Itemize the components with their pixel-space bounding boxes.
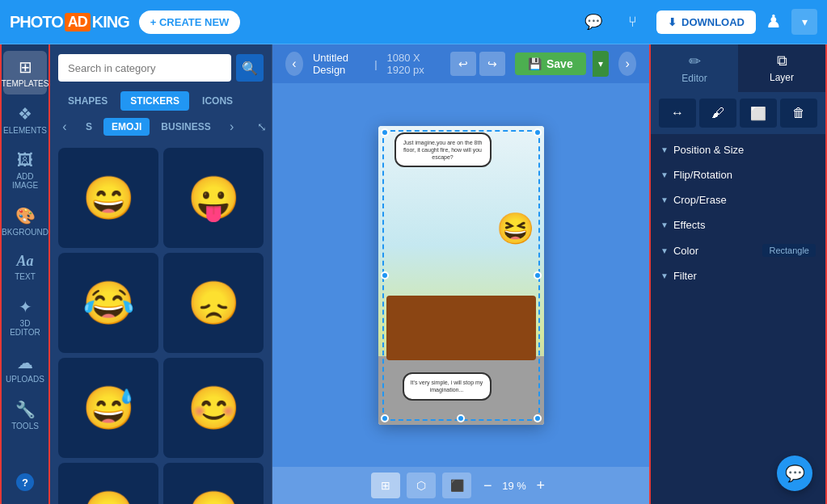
sidebar-item-add-image[interactable]: 🖼 ADD IMAGE: [3, 145, 47, 196]
chevron-icon-color: ▼: [660, 246, 669, 255]
duplicate-tool-button[interactable]: ⬜: [740, 99, 777, 128]
undo-redo-group: ↩ ↪: [450, 52, 505, 76]
grid-view-button[interactable]: ⊞: [371, 472, 400, 498]
search-input[interactable]: [58, 54, 231, 82]
sub-nav-emoji[interactable]: EMOJI: [103, 118, 150, 136]
delete-tool-button[interactable]: 🗑: [780, 99, 817, 128]
chat-icon[interactable]: 💬: [579, 7, 608, 36]
tab-shapes[interactable]: SHAPES: [58, 91, 117, 111]
sub-nav-prev[interactable]: ‹: [55, 117, 74, 136]
sub-nav: ‹ S EMOJI BUSINESS › ⤡: [50, 117, 272, 143]
handle-mr[interactable]: [534, 271, 542, 279]
prop-position-size-label: Position & Size: [673, 144, 816, 156]
bottom-toolbar: ⊞ ⬡ ⬛ − 19 % +: [272, 467, 649, 504]
undo-button[interactable]: ↩: [450, 52, 476, 76]
sidebar-item-elements[interactable]: ❖ ELEMENTS: [3, 98, 47, 141]
canvas-frame[interactable]: Just imagine,you are on the 8th floor, i…: [378, 126, 544, 425]
search-button[interactable]: 🔍: [236, 54, 264, 82]
zoom-out-button[interactable]: −: [478, 476, 497, 495]
create-new-button[interactable]: + CREATE NEW: [139, 10, 241, 34]
handle-bl[interactable]: [381, 414, 389, 422]
help-badge[interactable]: ?: [16, 473, 34, 491]
list-item[interactable]: 😛: [163, 148, 264, 248]
prop-effects-label: Effects: [673, 219, 816, 231]
sidebar-item-label-elements: ELEMENTS: [3, 126, 47, 135]
header-chevron-button[interactable]: ▾: [791, 9, 817, 35]
save-icon: 💾: [528, 57, 542, 70]
download-button[interactable]: ⬇ DOWNLOAD: [656, 10, 756, 34]
canvas-emoji: 😆: [496, 211, 534, 246]
chevron-icon-effects: ▼: [660, 220, 669, 229]
prop-position-size[interactable]: ▼ Position & Size: [651, 137, 825, 162]
right-sidebar: ✏ Editor ⧉ Layer ↔ 🖌 ⬜ 🗑 ▼: [649, 44, 827, 504]
handle-tl[interactable]: [381, 128, 389, 136]
user-avatar[interactable]: ♟: [766, 11, 782, 32]
canvas-prev-button[interactable]: ‹: [285, 52, 303, 76]
tab-layer[interactable]: ⧉ Layer: [738, 44, 825, 92]
zoom-in-button[interactable]: +: [531, 476, 551, 495]
left-panel: 🔍 SHAPES STICKERS ICONS ‹ S EMOJI BUSINE…: [50, 44, 272, 504]
handle-ml[interactable]: [381, 271, 389, 279]
sub-nav-business[interactable]: BUSINESS: [153, 118, 218, 136]
sidebar-item-label-add-image: ADD IMAGE: [6, 172, 44, 190]
list-item[interactable]: 😞: [163, 253, 264, 353]
tool-icons-row: ↔ 🖌 ⬜ 🗑: [651, 92, 825, 134]
sub-nav-next[interactable]: ›: [222, 117, 242, 136]
handle-br[interactable]: [534, 414, 542, 422]
list-item[interactable]: 😁: [58, 463, 158, 504]
zoom-value: 19 %: [502, 480, 526, 492]
list-item[interactable]: 😄: [58, 148, 158, 248]
scene-container: Just imagine,you are on the 8th floor, i…: [378, 126, 544, 425]
speech-bubble-top: Just imagine,you are on the 8th floor, i…: [395, 132, 492, 167]
sidebar-item-3d-editor[interactable]: ✦ 3D EDITOR: [3, 291, 47, 343]
share-icon[interactable]: ⑂: [618, 7, 647, 36]
handle-bm[interactable]: [457, 414, 465, 422]
sidebar-item-background[interactable]: 🎨 BKGROUND: [3, 200, 47, 243]
handle-tr[interactable]: [534, 128, 542, 136]
brush-tool-button[interactable]: 🖌: [699, 99, 736, 128]
sidebar-item-tools[interactable]: 🔧 TOOLS: [3, 393, 47, 437]
grid-icon: ⊞: [381, 479, 390, 492]
erase-tool-button[interactable]: ⬡: [407, 472, 436, 498]
sub-nav-s[interactable]: S: [78, 118, 100, 136]
create-new-label: + CREATE NEW: [150, 16, 230, 28]
tab-editor[interactable]: ✏ Editor: [651, 44, 738, 92]
tab-stickers[interactable]: STICKERS: [120, 91, 189, 111]
canvas-background: Just imagine,you are on the 8th floor, i…: [378, 126, 544, 425]
chat-fab-button[interactable]: 💬: [777, 456, 812, 491]
prop-filter-label: Filter: [673, 270, 816, 282]
resize-tool-button[interactable]: ↔: [659, 99, 696, 128]
erase-icon: ⬡: [416, 479, 426, 492]
list-item[interactable]: 😊: [163, 358, 264, 458]
sidebar-item-label-3d-editor: 3D EDITOR: [6, 319, 44, 337]
list-item[interactable]: 😊: [163, 463, 264, 504]
prop-flip-rotation[interactable]: ▼ Flip/Rotation: [651, 162, 825, 187]
canvas-next-button[interactable]: ›: [618, 52, 636, 76]
tools-icon: 🔧: [15, 400, 36, 419]
tab-layer-label: Layer: [770, 72, 794, 83]
sidebar-item-uploads[interactable]: ☁ UPLOADS: [3, 346, 47, 390]
prop-color[interactable]: ▼ Color Rectangle: [651, 237, 825, 263]
list-item[interactable]: 😂: [58, 253, 158, 353]
main-layout: ⊞ TEMPLATES ❖ ELEMENTS 🖼 ADD IMAGE 🎨 BKG…: [0, 44, 827, 504]
logo-photo: PHOTO: [10, 13, 63, 32]
prop-flip-rotation-label: Flip/Rotation: [673, 169, 816, 181]
prop-filter[interactable]: ▼ Filter: [651, 263, 825, 288]
prop-crop-erase[interactable]: ▼ Crop/Erase: [651, 187, 825, 212]
tab-editor-label: Editor: [681, 73, 707, 84]
elements-icon: ❖: [18, 104, 32, 124]
sub-nav-expand-button[interactable]: ⤡: [257, 120, 267, 133]
prop-effects[interactable]: ▼ Effects: [651, 212, 825, 237]
list-item[interactable]: 😅: [58, 358, 158, 458]
canvas-viewport[interactable]: Just imagine,you are on the 8th floor, i…: [272, 83, 649, 467]
download-icon: ⬇: [668, 16, 677, 28]
redo-button[interactable]: ↪: [479, 52, 505, 76]
sidebar-item-text[interactable]: Aa TEXT: [3, 246, 47, 288]
screen-icon: ⬛: [450, 479, 464, 492]
tab-icons[interactable]: ICONS: [192, 91, 243, 111]
sidebar-item-templates[interactable]: ⊞ TEMPLATES: [3, 51, 47, 94]
save-button[interactable]: 💾 Save: [515, 52, 586, 75]
chat-fab-icon: 💬: [785, 464, 805, 483]
save-dropdown-button[interactable]: ▾: [593, 51, 609, 77]
screen-tool-button[interactable]: ⬛: [442, 472, 471, 498]
